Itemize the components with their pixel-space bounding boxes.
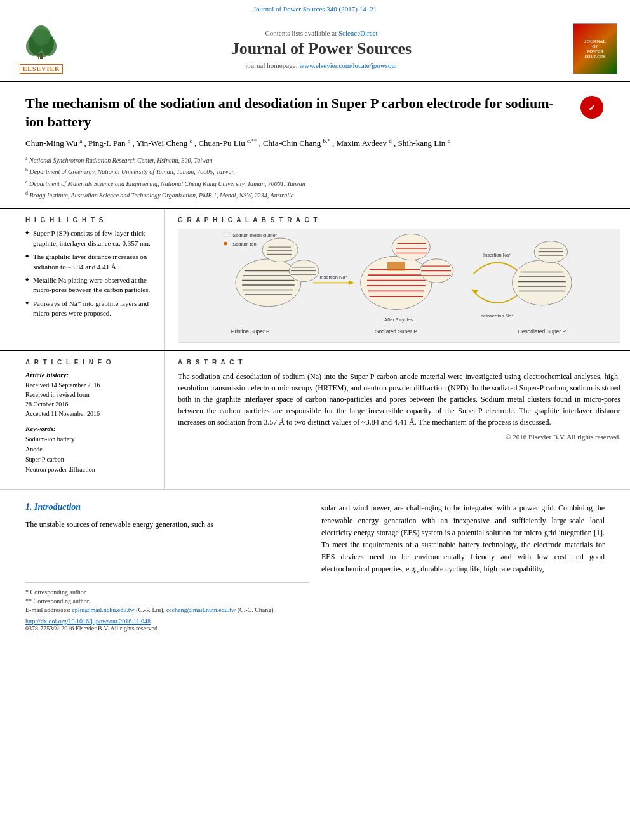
- highlights-label: H I G H L I G H T S: [25, 217, 155, 223]
- homepage-line: journal homepage: www.elsevier.com/locat…: [70, 62, 573, 69]
- journal-header-center: Contents lists available at ScienceDirec…: [70, 29, 573, 69]
- issn-text: 0378-7753/© 2016 Elsevier B.V. All right…: [25, 625, 309, 632]
- footnotes: * Corresponding author. ** Corresponding…: [25, 583, 309, 613]
- footnote-2: ** Corresponding author.: [25, 597, 309, 604]
- top-bar: Journal of Power Sources 340 (2017) 14–2…: [0, 0, 630, 17]
- article-history: Article history: Received 14 September 2…: [25, 371, 155, 418]
- elsevier-label: ELSEVIER: [20, 64, 64, 74]
- keywords-section: Keywords: Sodium-ion battery Anode Super…: [25, 425, 155, 475]
- article-info-label: A R T I C L E I N F O: [25, 359, 155, 366]
- svg-point-4: [32, 25, 50, 46]
- contents-line: Contents lists available at ScienceDirec…: [70, 29, 573, 37]
- revised-date: Received in revised form 28 October 2016: [25, 390, 155, 409]
- homepage-link[interactable]: www.elsevier.com/locate/jpowsour: [299, 62, 397, 69]
- introduction-right-text: solar and wind power, are challenging to…: [321, 502, 605, 575]
- keyword-1: Sodium-ion battery: [25, 434, 155, 444]
- highlights-list: Super P (SP) consists of few-layer-thick…: [25, 229, 155, 318]
- svg-point-11: [224, 242, 227, 246]
- svg-text:Pristine Super P: Pristine Super P: [231, 328, 270, 335]
- introduction-section: 1. Introduction The unstable sources of …: [0, 489, 630, 644]
- introduction-heading: 1. Introduction: [25, 502, 309, 512]
- abstract-column: A B S T R A C T The sodiation and desodi…: [165, 351, 630, 489]
- keywords-label: Keywords:: [25, 425, 155, 432]
- graphical-abstract-column: G R A P H I C A L A B S T R A C T Sodium…: [165, 209, 630, 350]
- email-name-1: (C.-P. Liu),: [136, 606, 164, 613]
- accepted-date: Accepted 11 November 2016: [25, 409, 155, 418]
- journal-title: Journal of Power Sources: [70, 39, 573, 58]
- doi-section: http://dx.doi.org/10.1016/j.jpowsour.201…: [25, 615, 309, 632]
- introduction-right: solar and wind power, are challenging to…: [321, 502, 605, 631]
- copyright-text: © 2016 Elsevier B.V. All rights reserved…: [178, 433, 620, 441]
- journal-reference: Journal of Power Sources 340 (2017) 14–2…: [253, 5, 377, 13]
- svg-text:Desodiated Super P: Desodiated Super P: [518, 328, 566, 335]
- keywords-list: Sodium-ion battery Anode Super P carbon …: [25, 434, 155, 475]
- graphical-abstract-svg: Sodium metal cluster Sodium ion: [178, 229, 620, 342]
- history-label: Article history:: [25, 371, 155, 378]
- authors: Chun-Ming Wu a , Ping-I. Pan b , Yin-Wei…: [25, 137, 605, 150]
- email-name-2: (C.-C. Chang).: [238, 606, 275, 613]
- highlight-item-2: The graphitic layer distance increases o…: [25, 252, 155, 272]
- abstract-label: A B S T R A C T: [178, 359, 620, 366]
- introduction-left-text: The unstable sources of renewable energy…: [25, 519, 309, 531]
- doi-link[interactable]: http://dx.doi.org/10.1016/j.jpowsour.201…: [25, 618, 309, 625]
- svg-point-53: [513, 260, 572, 305]
- article-info-column: A R T I C L E I N F O Article history: R…: [0, 351, 165, 489]
- svg-text:Sodium ion: Sodium ion: [232, 242, 256, 248]
- highlight-item-4: Pathways of Na⁺ into graphite layers and…: [25, 299, 155, 319]
- crossmark-icon: ✓: [579, 95, 605, 120]
- svg-point-39: [392, 234, 430, 260]
- svg-rect-9: [224, 232, 231, 237]
- svg-marker-29: [349, 281, 354, 285]
- keyword-2: Anode: [25, 444, 155, 455]
- highlight-item-1: Super P (SP) consists of few-layer-thick…: [25, 229, 155, 248]
- highlights-column: H I G H L I G H T S Super P (SP) consist…: [0, 209, 165, 350]
- article-info-abstract-section: A R T I C L E I N F O Article history: R…: [0, 350, 630, 489]
- svg-text:Insertion Na⁺: Insertion Na⁺: [319, 274, 347, 280]
- sciencedirect-link[interactable]: ScienceDirect: [338, 29, 378, 37]
- graphical-abstract-label: G R A P H I C A L A B S T R A C T: [178, 217, 620, 223]
- svg-text:✓: ✓: [588, 103, 596, 113]
- footnote-1: * Corresponding author.: [25, 589, 309, 596]
- article-header: The mechanism of the sodiation and desod…: [0, 82, 630, 208]
- keyword-4: Neutron powder diffraction: [25, 465, 155, 475]
- affiliations: a National Synchrotron Radiation Researc…: [25, 155, 605, 201]
- svg-rect-38: [387, 262, 405, 271]
- received-date: Received 14 September 2016: [25, 380, 155, 390]
- svg-text:Sodiated Super P: Sodiated Super P: [375, 328, 417, 335]
- svg-text:Sodium metal cluster: Sodium metal cluster: [232, 233, 277, 239]
- keyword-3: Super P carbon: [25, 455, 155, 465]
- elsevier-tree-icon: [21, 24, 62, 62]
- svg-point-5: [37, 53, 40, 56]
- elsevier-logo: ELSEVIER: [13, 24, 70, 74]
- email-link-1[interactable]: cpliu@mail.ncku.edu.tw: [72, 606, 134, 613]
- svg-text:After 3 cycles: After 3 cycles: [384, 317, 413, 323]
- journal-header: ELSEVIER Contents lists available at Sci…: [0, 17, 630, 82]
- abstract-text: The sodiation and desodiation of sodium …: [178, 371, 620, 428]
- highlight-item-3: Metallic Na plating were observed at the…: [25, 276, 155, 295]
- article-title-text: The mechanism of the sodiation and desod…: [25, 95, 579, 131]
- highlights-graphical-section: H I G H L I G H T S Super P (SP) consist…: [0, 208, 630, 350]
- svg-point-20: [262, 238, 298, 262]
- email-link-2[interactable]: ccchang@mail.nutn.edu.tw: [166, 606, 236, 613]
- journal-thumbnail: JOURNALOFPOWERSOURCES: [573, 23, 617, 74]
- graphical-abstract-image: Sodium metal cluster Sodium ion: [178, 229, 620, 343]
- svg-text:deinsertion Na⁺: deinsertion Na⁺: [481, 313, 514, 319]
- introduction-left: 1. Introduction The unstable sources of …: [25, 502, 309, 631]
- svg-text:Insertion Na⁺: Insertion Na⁺: [483, 252, 511, 258]
- footnote-emails: E-mail addresses: cpliu@mail.ncku.edu.tw…: [25, 606, 309, 613]
- article-title-block: The mechanism of the sodiation and desod…: [25, 95, 605, 131]
